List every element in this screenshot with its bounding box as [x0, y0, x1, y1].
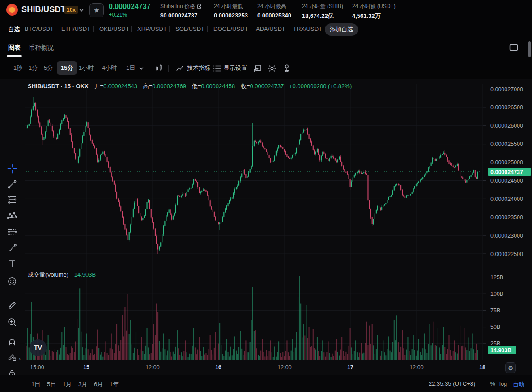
tab-coin-overview[interactable]: 币种概况	[29, 44, 54, 52]
pair-sol-usdt[interactable]: SOL/USDT	[175, 26, 204, 32]
percent-scale-button[interactable]: %	[490, 380, 495, 387]
chevron-down-icon[interactable]	[79, 8, 84, 13]
trading-app: SHIB/USDT 10x ★ 0.000024737 +0.21% Shiba…	[0, 0, 532, 392]
pair-trx-usdt[interactable]: TRX/USDT	[293, 26, 322, 32]
svg-text:0.000024500: 0.000024500	[490, 178, 523, 184]
pair-ada-usdt[interactable]: ADA/USDT	[256, 26, 285, 32]
indicators-button[interactable]: 技术指标	[187, 64, 210, 72]
svg-text:15:00: 15:00	[30, 364, 44, 371]
pair-doge-usdt[interactable]: DOGE/USDT	[213, 26, 248, 32]
svg-text:18: 18	[479, 364, 485, 371]
interval-4h[interactable]: 4小时	[102, 64, 117, 72]
ruler-icon[interactable]	[7, 300, 17, 311]
display-settings-button[interactable]: 显示设置	[224, 64, 247, 72]
stat-label: Shiba Inu 价格	[160, 3, 195, 10]
tradingview-watermark[interactable]: TV	[30, 339, 47, 356]
divider	[148, 65, 148, 72]
chart-settings-gear-icon[interactable]	[267, 64, 277, 73]
range-1d[interactable]: 1日	[31, 380, 40, 388]
svg-text:0.000027000: 0.000027000	[490, 86, 523, 93]
brush-icon[interactable]	[7, 243, 17, 253]
svg-text:0.000026500: 0.000026500	[490, 104, 523, 111]
drawing-mode-lock-icon[interactable]	[7, 351, 17, 362]
emoji-tool-icon[interactable]	[7, 276, 17, 287]
interval-1m[interactable]: 1分	[29, 64, 38, 72]
display-settings-icon[interactable]	[212, 64, 222, 73]
svg-text:0.000025500: 0.000025500	[490, 141, 523, 147]
stat-label: 24 小时最高	[257, 3, 291, 10]
stat-value: $0.000024737	[160, 12, 202, 19]
svg-text:100B: 100B	[490, 291, 503, 297]
stat-label: 24 小时额 (USDT)	[352, 3, 396, 10]
pair-xrp-usdt[interactable]: XRP/USDT	[137, 26, 167, 32]
stat-value: 18,674.22亿	[302, 12, 343, 20]
svg-text:15: 15	[83, 364, 89, 371]
replay-icon[interactable]	[253, 64, 263, 73]
svg-text:16: 16	[215, 364, 221, 371]
pair-btc-usdt[interactable]: BTC/USDT	[25, 26, 54, 32]
range-1y[interactable]: 1年	[110, 380, 119, 388]
zoom-in-icon[interactable]	[7, 317, 17, 328]
svg-text:0.000026000: 0.000026000	[490, 123, 523, 129]
shib-logo-icon	[6, 4, 18, 16]
stat-value: 0.000025340	[257, 12, 291, 19]
text-tool-icon[interactable]	[7, 258, 17, 269]
fib-retracement-icon[interactable]	[7, 194, 17, 205]
drawing-toolbar	[0, 79, 23, 375]
interval-1s[interactable]: 1秒	[13, 64, 22, 72]
layout-panel-icon[interactable]	[509, 44, 518, 51]
projection-tool-icon[interactable]	[7, 226, 17, 237]
svg-text:17: 17	[347, 364, 353, 371]
pair-eth-usdt[interactable]: ETH/USDT	[61, 26, 90, 32]
watchlist-bar: 自选 BTC/USDT ETH/USDT OKB/USDT XRP/USDT S…	[0, 20, 532, 38]
log-scale-button[interactable]: log	[499, 380, 507, 387]
crosshair-icon[interactable]	[7, 163, 17, 174]
star-icon: ★	[94, 6, 99, 14]
svg-text:0.000023000: 0.000023000	[490, 233, 523, 239]
divider	[168, 65, 169, 72]
interval-15m[interactable]: 15分	[57, 61, 77, 75]
last-price: 0.000024737	[109, 3, 150, 11]
stat-value: 4,561.32万	[352, 12, 396, 20]
pair-okb-usdt[interactable]: OKB/USDT	[99, 26, 129, 32]
indicators-icon[interactable]	[175, 64, 185, 73]
stat-24h-turnover-usdt: 24 小时额 (USDT) 4,561.32万	[352, 3, 396, 20]
volume-label: 成交量(Volume)	[28, 271, 68, 278]
trend-line-icon[interactable]	[7, 179, 17, 190]
svg-text:12:00: 12:00	[145, 364, 159, 371]
collapse-toolbar-chevron[interactable]: ‹	[19, 354, 21, 362]
add-favorite-button[interactable]: 添加自选	[325, 23, 358, 36]
scale-icon[interactable]	[282, 64, 292, 73]
divider	[4, 331, 20, 331]
clock[interactable]: 22:35:35 (UTC+8)	[429, 380, 475, 387]
active-tab-underline	[7, 55, 22, 57]
favorite-star-button[interactable]: ★	[89, 3, 104, 17]
range-3mo[interactable]: 3月	[78, 380, 87, 388]
svg-text:125B: 125B	[490, 274, 503, 281]
open-label: 开=	[94, 83, 103, 89]
interval-5m[interactable]: 5分	[44, 64, 53, 72]
candle-style-icon[interactable]	[154, 64, 164, 73]
magnet-icon[interactable]	[7, 337, 17, 347]
xabcd-pattern-icon[interactable]	[7, 210, 17, 221]
auto-scale-button[interactable]: 自动	[513, 380, 524, 388]
tab-chart[interactable]: 图表	[8, 44, 21, 52]
interval-1d[interactable]: 1日	[126, 64, 135, 72]
svg-text:0.000025000: 0.000025000	[490, 159, 523, 166]
interval-more-chevron-icon[interactable]	[139, 66, 144, 71]
range-1mo[interactable]: 1月	[63, 380, 72, 388]
stat-label: 24 小时量 (SHIB)	[302, 3, 343, 10]
candlestick-chart-canvas[interactable]: 0.0000270000.0000265000.0000260000.00002…	[0, 79, 532, 375]
favorites-tab[interactable]: 自选	[8, 26, 20, 34]
high-label: 高=	[143, 83, 153, 89]
interval-1h[interactable]: 1小时	[79, 64, 94, 72]
high-value: 0.000024769	[152, 83, 186, 89]
time-axis-gear-icon[interactable]: ⚙	[505, 362, 516, 373]
range-5d[interactable]: 5日	[47, 380, 56, 388]
external-link-icon[interactable]	[197, 4, 202, 9]
page-scrollbar-thumb[interactable]	[528, 41, 531, 57]
range-6mo[interactable]: 6月	[94, 380, 103, 388]
volume-legend: 成交量(Volume) 14.903B	[28, 271, 96, 279]
svg-text:14.903B: 14.903B	[490, 347, 511, 354]
divider	[250, 26, 250, 32]
